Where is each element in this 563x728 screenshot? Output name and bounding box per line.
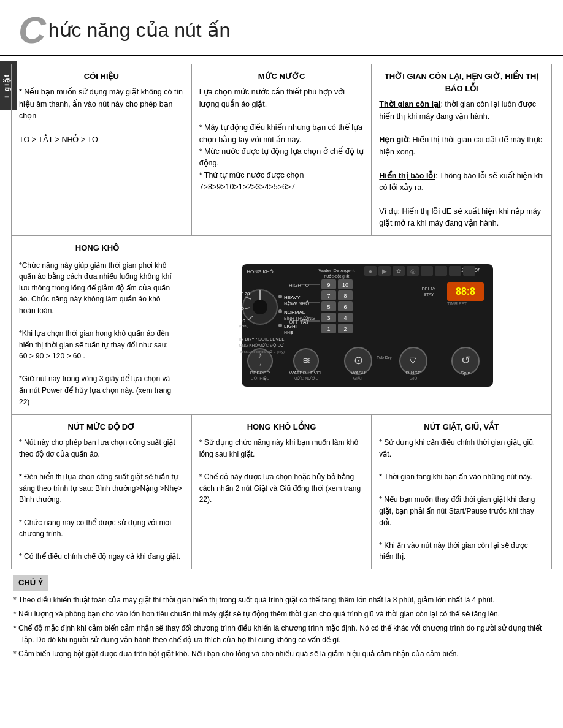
thoi-gian-desc1: Thời gian còn lại: thời gian còn lại luô… [379,99,544,123]
nut-muc-do-bullet4: * Có thể điều chỉnh chế độ ngay cả khi đ… [19,551,184,563]
svg-text:60: 60 [240,318,245,324]
muc-nuoc-bullet2: * Mức nước được tự động lựa chọn ở chế đ… [199,146,364,170]
svg-text:Tub Dry: Tub Dry [377,355,392,360]
coi-hieu-content: * Nếu bạn muốn sử dụng máy giặt không có… [19,86,184,122]
hong-kho-long-box: HONG KHÔ LỒNG * Sử dụng chức năng này kh… [192,415,372,569]
hong-kho-bullet1: *Chức năng này giúp giảm thời gian phơi … [19,260,175,317]
nut-giat-bullet1: * Sử dụng khi cần điều chỉnh thời gian g… [379,437,544,460]
svg-text:nước-bột giặt: nước-bột giặt [324,274,350,279]
svg-rect-57 [463,266,475,276]
svg-text:MỨC NƯỚC: MỨC NƯỚC [294,376,319,381]
note-section: CHÚ Ý * Theo điều khiển thuật toán của m… [11,575,552,661]
nut-muc-do-bullet3: * Chức năng này có thể được sử dụng với … [19,517,184,540]
bottom-section: NÚT MỨC ĐỘ DƠ * Nút này cho phép bạn lựa… [11,414,552,569]
svg-rect-56 [449,266,461,276]
svg-rect-54 [421,266,433,276]
svg-text:(min.): (min.) [239,324,248,328]
muc-nuoc-box: MỨC NƯỚC Lựa chọn mức nước cần thiết phù… [192,64,372,235]
svg-point-12 [278,295,282,298]
svg-text:8: 8 [343,293,347,299]
muc-nuoc-bullet1: * Máy tự động điều khiển nhưng bạn có th… [199,122,364,146]
thoi-gian-box: THỜI GIAN CÒN LẠI, HẸN GIỜ, HIỂN THỊ BÁO… [372,64,551,235]
svg-text:↺: ↺ [461,354,470,366]
note-item-1: * Nếu lượng xà phòng bạn cho vào lớn hơn… [13,609,550,620]
nut-giat-box: NÚT GIẶT, GIŨ, VẮT * Sử dụng khi cần điề… [372,415,551,569]
nut-giat-bullet4: * Khi ấn vào nút này thời gian còn lại s… [379,540,544,563]
middle-section: HONG KHÔ *Chức năng này giúp giảm thời g… [11,236,552,414]
svg-text:AIR DRY / SOIL LEVEL: AIR DRY / SOIL LEVEL [239,336,284,342]
header: C hức năng của nút ấn [0,0,563,56]
coi-hieu-sequence: TO > TẮT > NHỎ > TO [19,134,184,146]
svg-text:120: 120 [242,291,250,297]
svg-text:HIGH TO: HIGH TO [289,282,309,288]
svg-text:HONG KHÔ: HONG KHÔ [247,269,274,275]
hong-kho-box: HONG KHÔ *Chức năng này giúp giảm thời g… [12,236,183,414]
svg-text:⊙: ⊙ [354,354,363,366]
svg-text:3: 3 [327,315,330,321]
svg-text:BEEPER: BEEPER [250,370,270,376]
svg-text:NHẸ: NHẸ [284,330,293,335]
svg-text:GIŨ: GIŨ [410,376,417,381]
svg-text:OFF TẮT: OFF TẮT [289,319,309,325]
svg-text:88:8: 88:8 [456,286,475,297]
svg-text:2: 2 [343,326,347,332]
svg-text:1: 1 [327,326,330,332]
thoi-gian-desc2: Hẹn giờ: Hiển thị thời gian cài đặt để m… [379,134,544,158]
nut-muc-do-box: NÚT MỨC ĐỘ DƠ * Nút này cho phép bạn lựa… [12,415,192,569]
svg-text:♪: ♪ [259,362,261,368]
svg-rect-55 [435,266,447,276]
svg-text:≋: ≋ [302,355,310,366]
svg-text:9: 9 [327,282,330,288]
note-item-2: * Chế độ mặc định khi cảm biến cảm nhận … [13,623,550,646]
svg-text:STAY: STAY [423,292,434,297]
control-panel-svg: HONG KHÔ 120 90 60 (min.) [239,261,496,393]
svg-text:Water-Detergent: Water-Detergent [319,268,356,273]
muc-nuoc-bullet3: * Thứ tự mức nước được chọn 7>8>9>10>1>2… [199,170,364,194]
svg-text:WATER LEVEL: WATER LEVEL [289,370,323,376]
thoi-gian-desc3: Hiển thị báo lỗi: Thông báo lỗi sẽ xuất … [379,170,544,194]
coi-hieu-box: CÒI HIỆU * Nếu bạn muốn sử dụng máy giặt… [12,64,192,235]
hong-kho-long-title: HONG KHÔ LỒNG [199,421,364,433]
hong-kho-bullet3: *Giữ nút này trong vòng 3 giây để lựa ch… [19,373,175,408]
svg-point-18 [278,324,282,327]
note-items: * Theo điều khiển thuật toán của máy giặ… [13,594,550,661]
hong-kho-bullet2: *Khi lựa chọn thời gian hong khô quần áo… [19,328,175,362]
nut-muc-do-bullet2: * Đèn hiển thị lựa chọn công suất giặt s… [19,471,184,506]
thoi-gian-title: THỜI GIAN CÒN LẠI, HẸN GIỜ, HIỂN THỊ BÁO… [379,70,544,95]
hong-kho-long-bullet2: * Chế độ này được lựa chọn hoặc hủy bỏ b… [199,471,364,506]
svg-text:(*Press 3 seconds/Giữ 3 giây): (*Press 3 seconds/Giữ 3 giây) [239,350,285,354]
nut-giat-bullet2: * Thời gian tăng khi bạn ấn vào những nú… [379,471,544,483]
thoi-gian-line1: Thời gian còn lại [379,100,440,108]
muc-nuoc-line1: Lựa chọn mức nước cần thiết phù hợp với … [199,86,364,110]
control-panel-area: HONG KHÔ 120 90 60 (min.) [183,236,551,414]
svg-text:7: 7 [327,293,330,299]
svg-text:5: 5 [327,304,330,310]
hong-kho-long-bullet1: * Sử dụng chức năng này khi bạn muốn làm… [199,437,364,460]
svg-text:RINSE: RINSE [406,370,421,376]
svg-text:HONG KHÔ/MỨC ĐỘ DƠ: HONG KHÔ/MỨC ĐỘ DƠ [239,343,284,348]
svg-text:✿: ✿ [396,268,401,275]
svg-point-15 [278,309,282,313]
svg-text:▶: ▶ [382,268,387,275]
header-title: hức năng của nút ấn [48,18,231,42]
svg-text:4: 4 [343,315,347,321]
svg-text:LEFT: LEFT [456,301,467,306]
header-c-letter: C [18,11,46,49]
svg-text:🜄: 🜄 [408,354,419,366]
svg-text:●: ● [369,268,372,275]
svg-text:◎: ◎ [410,268,416,275]
svg-text:10: 10 [342,282,348,288]
svg-point-3 [253,300,267,314]
svg-text:NORMAL: NORMAL [284,309,305,315]
thoi-gian-example: Ví dụ: Hiển thị lỗi dE sẽ xuất hiện khi … [379,206,544,230]
nut-giat-bullet3: * Nếu bạn muốn thay đổi thời gian giặt k… [379,494,544,528]
svg-text:DELAY: DELAY [422,287,436,291]
nut-giat-title: NÚT GIẶT, GIŨ, VẮT [379,421,544,433]
hong-kho-title: HONG KHÔ [19,242,175,254]
nut-muc-do-title: NÚT MỨC ĐỘ DƠ [19,421,184,433]
svg-text:WASH: WASH [351,370,366,376]
svg-text:CÒI HIỆU: CÒI HIỆU [251,376,269,381]
nut-muc-do-bullet1: * Nút này cho phép bạn lựa chọn công suấ… [19,437,184,460]
svg-text:6: 6 [343,304,347,310]
note-item-3: * Cảm biến lượng bột giặt được đưa trên … [13,648,550,660]
